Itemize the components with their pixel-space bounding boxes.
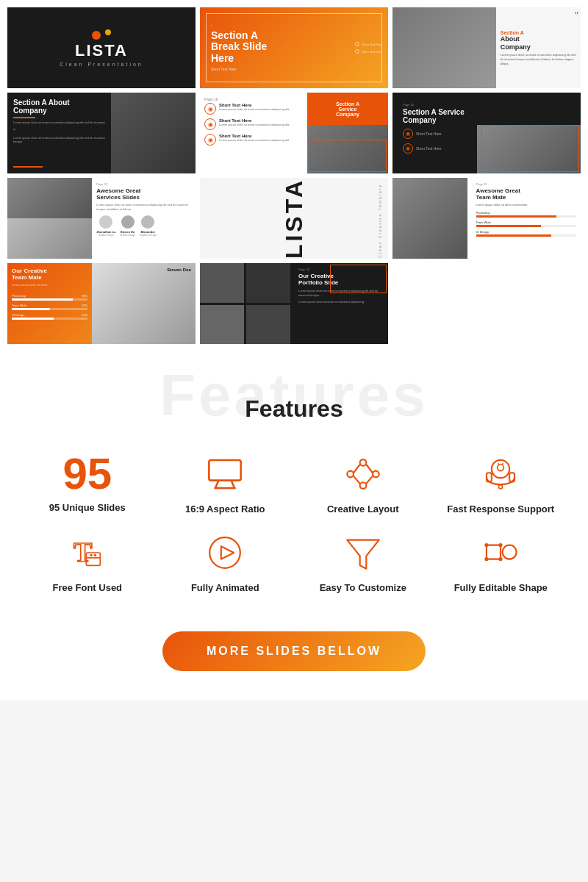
svg-rect-27 (487, 545, 501, 559)
svg-marker-26 (347, 540, 379, 569)
feature-customize: Easy To Customize (298, 531, 429, 595)
feature-customize-label: Easy To Customize (320, 582, 406, 595)
slide1-sub: Clean Presentation (60, 62, 143, 67)
headset-icon (478, 452, 523, 496)
slide7-heading: Awesome GreatServices Slides (96, 187, 191, 201)
feature-aspect: 16:9 Aspect Ratio (160, 452, 291, 516)
svg-line-1 (215, 481, 218, 488)
slide3-heading: AboutCompany (501, 35, 576, 51)
slide-thumb-6[interactable]: Page 32 Section A ServiceCompany ◉ Short… (392, 93, 581, 173)
slide8-title: LISTA (281, 178, 308, 259)
shapes-icon (478, 531, 523, 575)
feature-slides-number: 95 (62, 452, 112, 496)
feature-support-label: Fast Response Support (447, 503, 554, 516)
slide2-section: Section ABreak SlideHere (211, 30, 377, 64)
slide4-text: Lorem ipsum dolor sit amet consectetur a… (13, 121, 110, 125)
svg-point-6 (373, 471, 379, 478)
slide-thumb-7[interactable]: Page 25 Awesome GreatServices Slides Lor… (7, 178, 196, 259)
feature-animated: Fully Animated (160, 531, 291, 595)
slide-thumb-8[interactable]: LISTA Clean Creative Template (200, 178, 388, 259)
svg-point-4 (347, 471, 354, 478)
slide6-heading: Section A ServiceCompany (403, 108, 473, 124)
font-icon: T (65, 531, 110, 575)
slide2-text: Short Text Here (211, 67, 377, 71)
svg-point-31 (485, 557, 489, 561)
slide-thumb-11[interactable]: Page 34 Our CreativePortfolio Slide Lore… (200, 263, 388, 344)
svg-line-9 (366, 465, 373, 473)
slide9-heading: Awesome GreatTeam Mate (476, 187, 576, 201)
filter-icon (341, 531, 385, 575)
svg-point-5 (359, 459, 366, 466)
svg-line-8 (354, 465, 360, 473)
slide-thumb-1[interactable]: LISTA Clean Presentation (7, 7, 196, 88)
feature-aspect-label: 16:9 Aspect Ratio (185, 503, 265, 516)
slide-thumb-3[interactable]: " Section A AboutCompany Lorem ipsum dol… (392, 7, 581, 88)
svg-line-10 (366, 476, 373, 484)
slide3-quote: " (575, 10, 578, 21)
slide-thumb-5[interactable]: Page 16 ◉ Short Text Here Lorem ipsum do… (200, 93, 388, 173)
svg-line-2 (232, 481, 234, 488)
slide-thumb-9[interactable]: Page 32 Awesome GreatTeam Mate Lorem ips… (392, 178, 581, 259)
slide7-text: Lorem ipsum dolor sit amet consectetur a… (96, 203, 191, 211)
svg-point-29 (485, 543, 489, 547)
features-title: Features (22, 395, 566, 423)
features-grid: 95 95 Unique Slides 16:9 Aspect Ratio (22, 452, 566, 595)
feature-slides: 95 95 Unique Slides (22, 452, 153, 516)
feature-support: Fast Response Support (436, 452, 567, 516)
svg-point-15 (499, 485, 503, 489)
svg-point-24 (209, 537, 240, 568)
features-section: Features Features 95 95 Unique Slides 16… (0, 351, 588, 617)
play-icon (203, 531, 247, 575)
slide1-title: LISTA (75, 41, 128, 60)
feature-font-label: Free Font Used (52, 582, 122, 595)
slide10-heading: Our CreativeTeam Mate (12, 268, 87, 281)
feature-animated-label: Fully Animated (191, 582, 259, 595)
nodes-icon (341, 452, 385, 496)
slide-thumb-4[interactable]: Section A AboutCompany Lorem ipsum dolor… (7, 93, 196, 173)
slide8-sub: Clean Creative Template (378, 184, 382, 258)
svg-point-12 (492, 460, 509, 478)
feature-font: T Free Font Used (22, 531, 153, 595)
svg-point-30 (499, 543, 503, 547)
svg-point-32 (499, 557, 503, 561)
feature-layout-label: Creative Layout (327, 503, 399, 516)
slide4-heading: Section A AboutCompany (13, 98, 110, 115)
monitor-icon (203, 452, 247, 496)
svg-line-11 (354, 476, 360, 484)
feature-editable: Fully Editable Shape (436, 531, 567, 595)
slide3-text: Lorem ipsum dolor sit amet consectetur a… (501, 53, 576, 65)
svg-marker-25 (221, 546, 234, 559)
slide3-section: Section A (501, 30, 576, 35)
cta-section: MORE SLIDES BELLOW (0, 617, 588, 700)
slide-thumb-10[interactable]: Our CreativeTeam Mate Lorem ipsum dolor … (7, 263, 196, 344)
svg-point-23 (93, 554, 96, 556)
svg-point-16 (498, 465, 504, 471)
slide-thumb-2[interactable]: " Section ABreak SlideHere Short Text He… (200, 7, 388, 88)
svg-point-7 (359, 482, 366, 489)
feature-slides-label: 95 Unique Slides (49, 502, 126, 514)
more-slides-button[interactable]: MORE SLIDES BELLOW (162, 631, 426, 671)
svg-point-28 (503, 545, 517, 559)
preview-grid: LISTA Clean Presentation " Section ABrea… (0, 0, 588, 351)
feature-layout: Creative Layout (298, 452, 429, 516)
svg-point-22 (90, 554, 92, 556)
feature-editable-label: Fully Editable Shape (454, 582, 548, 595)
svg-rect-0 (209, 460, 241, 481)
